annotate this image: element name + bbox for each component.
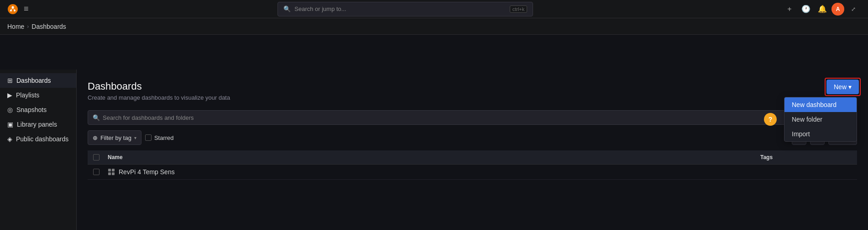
page-header: Dashboards Create and manage dashboards … <box>88 80 857 101</box>
row-name-text: RevPi 4 Temp Sens <box>119 168 175 176</box>
sidebar-item-playlists-label: Playlists <box>16 91 39 99</box>
svg-point-3 <box>14 10 16 11</box>
hamburger-menu[interactable]: ≡ <box>24 4 29 14</box>
breadcrumb-separator: › <box>27 23 29 30</box>
grafana-logo <box>7 4 18 15</box>
sidebar-item-snapshots-label: Snapshots <box>16 106 47 113</box>
name-column-header: Name <box>108 154 755 160</box>
tags-column-header: Tags <box>760 154 852 160</box>
snapshots-icon: ◎ <box>7 106 13 113</box>
dropdown-item-new-dashboard[interactable]: New dashboard <box>784 97 857 112</box>
sidebar-item-public-dashboards[interactable]: ◈ Public dashboards <box>0 132 76 146</box>
toolbar: ⊕ Filter by tag ▾ Starred ⇅ Sort <box>88 130 857 145</box>
filter-icon: ⊕ <box>93 134 98 141</box>
svg-rect-13 <box>108 169 111 171</box>
filter-chevron-icon: ▾ <box>134 135 136 140</box>
sidebar-item-dashboards-label: Dashboards <box>16 77 51 84</box>
page-subtitle: Create and manage dashboards to visualiz… <box>88 94 857 101</box>
row-name[interactable]: RevPi 4 Temp Sens <box>108 168 755 176</box>
dashboards-icon: ⊞ <box>7 77 13 84</box>
topnav: ≡ 🔍 Search or jump to... ctrl+k + 🕐 🔔 A … <box>0 0 868 18</box>
sidebar-item-library-panels-label: Library panels <box>17 121 57 128</box>
table-row: RevPi 4 Temp Sens <box>88 165 857 180</box>
filter-tag-button[interactable]: ⊕ Filter by tag ▾ <box>88 130 141 145</box>
expand-icon-btn[interactable]: ⤢ <box>846 2 861 16</box>
new-button[interactable]: New ▾ <box>826 80 859 94</box>
topnav-right: + 🕐 🔔 A ⤢ <box>782 2 861 16</box>
dashboards-search-icon: 🔍 <box>93 114 100 121</box>
breadcrumb-bar: Home › Dashboards <box>0 18 868 35</box>
table-header: Name Tags <box>88 150 857 165</box>
sidebar-item-library-panels[interactable]: ▣ Library panels <box>0 117 76 132</box>
dropdown-item-new-folder[interactable]: New folder <box>784 112 857 127</box>
starred-checkbox-box[interactable] <box>145 134 152 141</box>
dropdown-menu: New dashboard New folder Import <box>784 97 857 142</box>
svg-point-2 <box>10 10 12 11</box>
sidebar-item-playlists[interactable]: ▶ Playlists <box>0 88 76 102</box>
playlists-icon: ▶ <box>7 91 12 99</box>
dashboards-table: Name Tags RevPi 4 Tem <box>88 150 857 180</box>
main-layout: ⊞ Dashboards ▶ Playlists ◎ Snapshots ▣ L… <box>0 70 868 230</box>
sidebar-item-public-dashboards-label: Public dashboards <box>16 135 68 143</box>
page-title: Dashboards <box>88 80 857 92</box>
sidebar-item-dashboards[interactable]: ⊞ Dashboards <box>0 73 76 88</box>
row-checkbox[interactable] <box>93 169 99 175</box>
global-search-bar[interactable]: 🔍 Search or jump to... ctrl+k <box>277 2 533 16</box>
question-badge: ? <box>764 113 777 126</box>
header-checkbox[interactable] <box>93 154 99 160</box>
library-panels-icon: ▣ <box>7 121 13 128</box>
public-dashboards-icon: ◈ <box>7 135 12 143</box>
new-button-chevron: ▾ <box>848 83 852 91</box>
svg-rect-15 <box>108 172 111 175</box>
search-icon: 🔍 <box>283 5 291 12</box>
clock-icon-btn[interactable]: 🕐 <box>799 2 813 16</box>
bell-icon-btn[interactable]: 🔔 <box>815 2 830 16</box>
dropdown-item-import[interactable]: Import <box>784 127 857 141</box>
svg-point-0 <box>8 4 18 14</box>
breadcrumb-current: Dashboards <box>31 23 66 30</box>
dashboards-search-placeholder: Search for dashboards and folders <box>103 114 193 121</box>
new-button-wrapper: New ▾ <box>825 78 861 96</box>
add-button[interactable]: + <box>782 2 797 16</box>
main-content: Dashboards Create and manage dashboards … <box>77 70 868 230</box>
sidebar: ⊞ Dashboards ▶ Playlists ◎ Snapshots ▣ L… <box>0 70 77 230</box>
new-button-label: New <box>834 83 847 91</box>
sidebar-item-snapshots[interactable]: ◎ Snapshots <box>0 102 76 117</box>
svg-rect-16 <box>112 172 115 175</box>
breadcrumb: Home › Dashboards <box>7 23 66 30</box>
avatar[interactable]: A <box>831 3 844 16</box>
topnav-center: 🔍 Search or jump to... ctrl+k <box>277 2 533 16</box>
svg-point-1 <box>12 6 14 8</box>
starred-checkbox[interactable]: Starred <box>145 134 174 141</box>
topnav-left: ≡ <box>7 4 29 15</box>
breadcrumb-home[interactable]: Home <box>7 23 24 30</box>
filter-tag-label: Filter by tag <box>100 134 131 141</box>
search-placeholder: Search or jump to... <box>294 5 346 12</box>
dashboard-item-icon <box>108 168 115 176</box>
dashboards-search-bar[interactable]: 🔍 Search for dashboards and folders <box>88 110 857 125</box>
search-shortcut: ctrl+k <box>510 5 528 13</box>
starred-label: Starred <box>154 134 174 141</box>
svg-rect-14 <box>112 169 115 171</box>
